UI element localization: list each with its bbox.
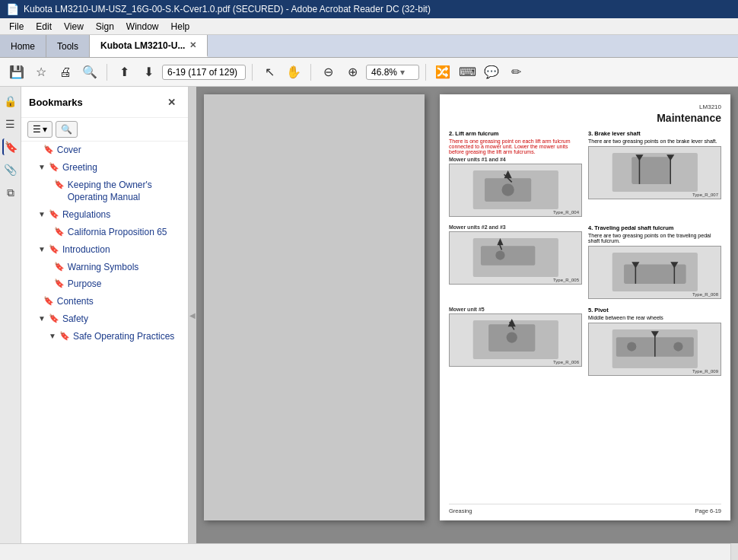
sidebar-view-button[interactable]: ☰ ▾ (27, 121, 52, 138)
find-button[interactable]: 🔍 (79, 62, 100, 83)
bookmark-introduction[interactable]: ▼ 🔖 Introduction (21, 241, 188, 259)
maint-item-pivot: 5. Pivot Middle between the rear wheels (588, 307, 721, 377)
panel-icon-bookmarks[interactable]: 🔖 (2, 138, 19, 155)
bookmark-california[interactable]: 🔖 California Proposition 65 (21, 224, 188, 241)
bookmark-expand-contents (38, 297, 40, 305)
sidebar-close-button[interactable]: ✕ (162, 93, 180, 111)
tab-bar: Home Tools Kubota LM3210-U... ✕ (0, 35, 738, 58)
bookmark-regulations[interactable]: ▼ 🔖 Regulations (21, 206, 188, 224)
bookmark-warning-symbols[interactable]: 🔖 Warning Symbols (21, 259, 188, 276)
svg-point-13 (495, 251, 504, 260)
svg-point-29 (627, 342, 636, 352)
bookmark-expand-safety[interactable]: ▼ (38, 314, 46, 323)
bookmark-add-button[interactable]: ☆ (30, 62, 52, 83)
menu-file[interactable]: File (3, 20, 30, 33)
bookmark-greeting[interactable]: ▼ 🔖 Greeting (21, 159, 188, 177)
bookmark-label-warning: Warning Symbols (68, 261, 139, 274)
keyboard-button[interactable]: ⌨ (456, 62, 478, 83)
diagram-label-6: Type_R_009 (692, 369, 718, 374)
sidebar-search-button[interactable]: 🔍 (56, 121, 78, 138)
diagram-label-1: Type_R_004 (553, 210, 579, 215)
bookmark-icon-purpose: 🔖 (54, 278, 65, 288)
bookmark-cover[interactable]: 🔖 Cover (21, 142, 188, 159)
pdf-page-right: LM3210 Maintenance 2. Lift arm fulcrum T… (440, 94, 730, 520)
sidebar-view-icon: ☰ (33, 124, 41, 135)
print-button[interactable]: 🖨 (55, 62, 76, 83)
diagram-mower-23: Type_R_005 (449, 231, 582, 285)
tab-close-icon[interactable]: ✕ (189, 40, 196, 50)
bookmark-label-introduction: Introduction (62, 243, 110, 256)
maint-item-lift-arm: 2. Lift arm fulcrum There is one greasin… (449, 130, 582, 218)
sidebar-content: 🔖 Cover ▼ 🔖 Greeting 🔖 Keeping the Owner… (21, 142, 188, 543)
app-icon: 📄 (6, 3, 19, 15)
hand-tool[interactable]: ✋ (283, 62, 304, 83)
bookmark-expand-regulations[interactable]: ▼ (38, 210, 46, 218)
bookmark-contents[interactable]: 🔖 Contents (21, 293, 188, 310)
sidebar-header-icons: ✕ (162, 93, 180, 111)
panel-icon-layers2[interactable]: ⧉ (2, 184, 19, 201)
bookmark-expand-warning (49, 262, 51, 271)
pdf-page-footer: Greasing Page 6-19 (449, 504, 721, 514)
toolbar: 💾 ☆ 🖨 🔍 ⬆ ⬇ 6-19 (117 of 129) ↖ ✋ ⊖ ⊕ 46… (0, 58, 738, 87)
menu-edit[interactable]: Edit (30, 20, 58, 33)
edit-button[interactable]: ✏ (505, 62, 526, 83)
panel-icon-lock[interactable]: 🔒 (2, 93, 19, 110)
diagram-lift-arm: Type_R_004 (449, 164, 582, 217)
zoom-in-button[interactable]: ⊕ (342, 62, 363, 83)
bookmark-expand-safe-op[interactable]: ▼ (49, 332, 56, 340)
svg-rect-17 (624, 265, 686, 284)
footer-right: Page 6-19 (695, 508, 721, 514)
diagram-brake: Type_R_007 (588, 146, 721, 199)
bookmark-label-keeping: Keeping the Owner's Operating Manual (68, 179, 182, 205)
svg-point-30 (673, 342, 682, 352)
resize-handle[interactable]: ◀ (189, 87, 196, 543)
maintenance-content: 2. Lift arm fulcrum There is one greasin… (449, 130, 721, 377)
bookmark-icon-california: 🔖 (54, 227, 65, 237)
scroll-down-button[interactable]: ⬇ (138, 62, 159, 83)
menu-view[interactable]: View (58, 20, 90, 33)
bookmark-icon-warning: 🔖 (54, 262, 65, 272)
tab-tools[interactable]: Tools (46, 35, 90, 57)
bookmark-expand-purpose (49, 279, 51, 288)
bookmark-safe-operating[interactable]: ▼ 🔖 Safe Operating Practices (21, 328, 188, 345)
maint-item-mower-23: Mower units #2 and #3 Type_R_005 (449, 224, 582, 301)
panel-icon-layers[interactable]: ☰ (2, 116, 19, 132)
scroll-up-button[interactable]: ⬆ (113, 62, 135, 83)
main-area: 🔒 ☰ 🔖 📎 ⧉ Bookmarks ✕ ☰ ▾ 🔍 🔖 (0, 87, 738, 543)
menu-sign[interactable]: Sign (90, 20, 120, 33)
menu-window[interactable]: Window (120, 20, 165, 33)
bookmark-label-california: California Proposition 65 (68, 226, 167, 239)
sidebar-view-dropdown[interactable]: ▾ (43, 124, 47, 135)
pointer-tool[interactable]: ↖ (259, 62, 280, 83)
navigation-button[interactable]: 🔀 (432, 62, 453, 83)
bookmark-icon-contents: 🔖 (43, 296, 54, 306)
bookmark-label-contents: Contents (57, 295, 94, 308)
diagram-pedal: Type_R_008 (588, 246, 721, 299)
bookmark-label-regulations: Regulations (62, 208, 110, 221)
save-button[interactable]: 💾 (6, 62, 27, 83)
comment-button[interactable]: 💬 (481, 62, 502, 83)
bookmark-safety[interactable]: ▼ 🔖 Safety (21, 310, 188, 328)
bookmark-expand-cover (38, 145, 40, 154)
tab-home[interactable]: Home (0, 35, 46, 57)
bookmark-expand-greeting[interactable]: ▼ (38, 163, 46, 171)
maint-item-pedal: 4. Traveling pedal shaft fulcrum There a… (588, 224, 721, 301)
tab-document[interactable]: Kubota LM3210-U... ✕ (90, 35, 208, 57)
zoom-input[interactable]: 46.8% ▾ (366, 65, 419, 80)
bookmark-icon-introduction: 🔖 (49, 244, 59, 254)
menu-help[interactable]: Help (165, 20, 196, 33)
bookmark-keeping[interactable]: 🔖 Keeping the Owner's Operating Manual (21, 177, 188, 207)
diagram-mower-5: Type_R_006 (449, 313, 582, 367)
bookmark-icon-safe-op: 🔖 (59, 331, 70, 341)
bookmark-expand-keeping (49, 180, 51, 189)
footer-left: Greasing (449, 508, 472, 514)
zoom-out-button[interactable]: ⊖ (317, 62, 339, 83)
pdf-section-title: Maintenance (449, 112, 721, 124)
bookmark-expand-introduction[interactable]: ▼ (38, 245, 46, 253)
zoom-dropdown-icon[interactable]: ▾ (400, 67, 405, 78)
panel-icon-clip[interactable]: 📎 (2, 161, 19, 178)
page-input[interactable]: 6-19 (117 of 129) (162, 65, 246, 80)
svg-point-24 (506, 332, 517, 343)
bookmark-label-safe-op: Safe Operating Practices (73, 330, 174, 343)
bookmark-purpose[interactable]: 🔖 Purpose (21, 275, 188, 293)
